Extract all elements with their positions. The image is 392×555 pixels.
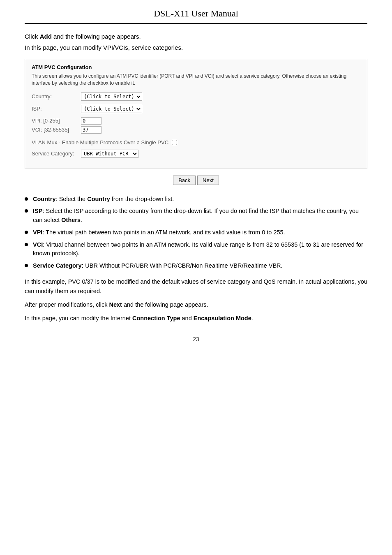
vci-row: VCI: [32-65535] — [32, 126, 360, 134]
list-item: Country: Select the Country from the dro… — [25, 195, 367, 204]
bullet-term-country: Country — [33, 196, 56, 202]
back-button[interactable]: Back — [173, 176, 196, 185]
vpi-input[interactable] — [81, 117, 101, 125]
country-row: Country: (Click to Select) — [32, 92, 360, 101]
vci-label: VCI: [32-65535] — [32, 127, 81, 133]
country-select[interactable]: (Click to Select) — [81, 92, 142, 101]
bullet-term-others: Others — [61, 217, 81, 223]
country-label: Country: — [32, 93, 81, 99]
service-row: Service Category: UBR Without PCR — [32, 150, 360, 158]
list-item: Service Category: UBR Without PCR/UBR Wi… — [25, 261, 367, 271]
atm-config-title: ATM PVC Configuration — [32, 64, 360, 70]
next-bold: Next — [109, 301, 122, 308]
bullet-text-country: Country: Select the Country from the dro… — [33, 195, 367, 204]
next-button[interactable]: Next — [197, 176, 219, 185]
list-item: VPI: The virtual path between two points… — [25, 228, 367, 237]
bullet-dot — [25, 197, 28, 201]
vpi-label: VPI: [0-255] — [32, 118, 81, 124]
bullet-term-vpi: VPI — [33, 229, 42, 236]
bullet-list: Country: Select the Country from the dro… — [25, 195, 367, 271]
service-category-label: Service Category: — [32, 150, 81, 157]
page-number: 23 — [25, 336, 367, 342]
vlan-label: VLAN Mux - Enable Multiple Protocols Ove… — [32, 139, 168, 146]
bullet-term-vci: VCI — [33, 241, 43, 248]
button-row: Back Next — [25, 176, 367, 185]
body-paragraph-1: In this example, PVC 0/37 is to be modif… — [25, 277, 367, 296]
bullet-term-country2: Country — [87, 196, 110, 202]
bullet-dot — [25, 209, 28, 213]
bullet-text-isp: ISP: Select the ISP according to the cou… — [33, 207, 367, 225]
bullet-term-service: Service Category: — [33, 262, 83, 269]
header-section: DSL-X11 User Manual — [25, 8, 367, 24]
vlan-row: VLAN Mux - Enable Multiple Protocols Ove… — [32, 139, 360, 146]
intro-line1: Click Add and the following page appears… — [25, 32, 367, 42]
list-item: ISP: Select the ISP according to the cou… — [25, 207, 367, 225]
atm-config-box: ATM PVC Configuration This screen allows… — [25, 59, 367, 169]
bullet-text-vpi: VPI: The virtual path between two points… — [33, 228, 367, 237]
body-paragraph-2: After proper modifications, click Next a… — [25, 300, 367, 310]
intro-rest: and the following page appears. — [52, 33, 141, 40]
bullet-dot — [25, 264, 28, 267]
page-container: DSL-X11 User Manual Click Add and the fo… — [0, 0, 392, 555]
list-item: VCI: Virtual channel between two points … — [25, 240, 367, 259]
connection-type-bold: Connection Type — [132, 315, 180, 321]
atm-config-desc: This screen allows you to configure an A… — [32, 73, 360, 87]
form-section: Country: (Click to Select) ISP: (Click t… — [32, 92, 360, 158]
isp-row: ISP: (Click to Select) — [32, 105, 360, 113]
vpi-row: VPI: [0-255] — [32, 117, 360, 125]
bullet-dot — [25, 243, 28, 246]
intro-line2: In this page, you can modify VPI/VCIs, s… — [25, 43, 367, 53]
encapsulation-mode-bold: Encapsulation Mode — [194, 315, 251, 321]
page-title: DSL-X11 User Manual — [25, 8, 367, 19]
bullet-text-vci: VCI: Virtual channel between two points … — [33, 240, 367, 259]
bullet-text-service: Service Category: UBR Without PCR/UBR Wi… — [33, 261, 367, 271]
isp-select[interactable]: (Click to Select) — [81, 105, 142, 113]
bullet-term-isp: ISP — [33, 208, 42, 214]
vci-input[interactable] — [81, 126, 101, 134]
service-category-select[interactable]: UBR Without PCR — [81, 150, 138, 158]
intro-click-text: Click — [25, 33, 40, 40]
bullet-dot — [25, 231, 28, 234]
intro-add-bold: Add — [40, 33, 52, 40]
vlan-checkbox[interactable] — [172, 140, 177, 145]
isp-label: ISP: — [32, 106, 81, 112]
body-paragraph-3: In this page, you can modify the Interne… — [25, 314, 367, 323]
